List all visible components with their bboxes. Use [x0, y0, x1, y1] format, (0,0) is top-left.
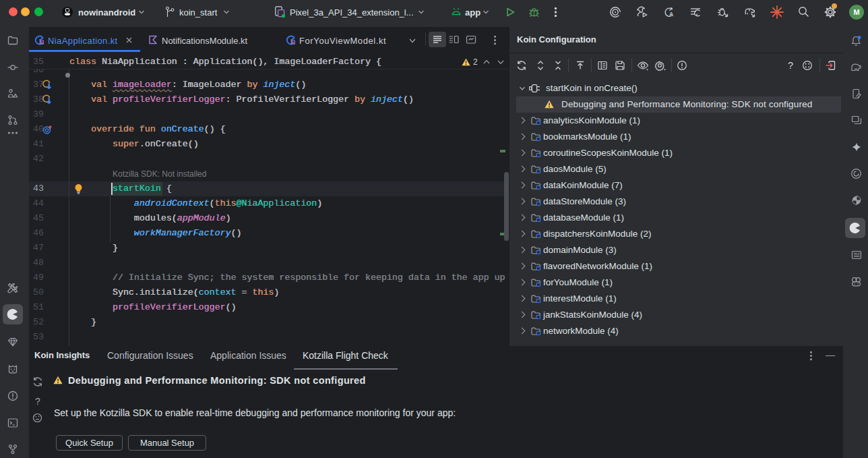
svg-text:A: A — [669, 11, 673, 18]
